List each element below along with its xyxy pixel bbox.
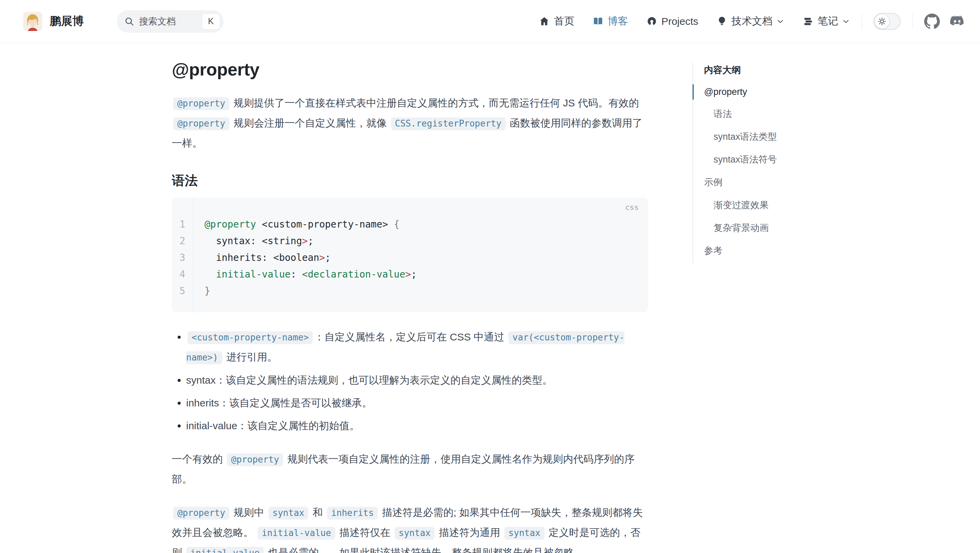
code-block: css 1@property <custom-property-name> {2… [172, 198, 648, 312]
toc-item[interactable]: 语法 [693, 108, 811, 120]
inline-code: @property [173, 97, 229, 110]
nav-divider [912, 14, 913, 29]
book-open-icon [593, 16, 603, 27]
article: @property @property 规则提供了一个直接在样式表中注册自定义属… [172, 43, 648, 553]
code-line: 4 initial-value: <declaration-value>; [172, 266, 648, 283]
toc-items: @property语法syntax语法类型syntax语法符号示例渐变过渡效果复… [693, 87, 811, 257]
nav-divider [862, 14, 862, 29]
projects-icon [646, 16, 657, 27]
chevron-down-icon [842, 17, 850, 25]
nav-item-label: 博客 [608, 14, 628, 28]
page-title: @property [172, 59, 648, 79]
line-number: 1 [172, 216, 193, 233]
discord-link[interactable] [950, 14, 965, 29]
table-of-contents: 内容大纲 @property语法syntax语法类型syntax语法符号示例渐变… [692, 63, 811, 264]
inline-code: initial-value [258, 527, 335, 540]
list-item: inherits：该自定义属性是否可以被继承。 [186, 393, 648, 413]
theme-toggle[interactable] [873, 13, 901, 30]
nav-item-3[interactable]: 技术文档 [717, 14, 784, 28]
toc-item[interactable]: 参考 [693, 245, 811, 257]
github-icon [924, 14, 940, 29]
toc-item[interactable]: 渐变过渡效果 [693, 199, 811, 211]
inline-code: @property [173, 118, 229, 130]
line-number: 3 [172, 249, 193, 266]
toc-item[interactable]: syntax语法符号 [693, 153, 811, 165]
inline-code: inherits [327, 507, 378, 520]
nav-item-label: Projects [662, 16, 698, 27]
list-item: <custom-property-name>：自定义属性名，定义后可在 CSS … [186, 327, 648, 367]
page: @property @property 规则提供了一个直接在样式表中注册自定义属… [0, 43, 980, 553]
site-title: 鹏展博 [50, 14, 84, 29]
inline-code: @property [227, 453, 283, 466]
search-placeholder: 搜索文档 [139, 15, 197, 27]
code-lines: 1@property <custom-property-name> {2 syn… [172, 216, 648, 299]
toc-item[interactable]: @property [693, 87, 811, 97]
avatar [23, 12, 42, 31]
line-number: 4 [172, 266, 193, 283]
intro-paragraph: @property 规则提供了一个直接在样式表中注册自定义属性的方式，而无需运行… [172, 93, 648, 153]
list-item: initial-value：该自定义属性的初始值。 [186, 416, 648, 435]
line-number: 2 [172, 233, 193, 249]
main-nav: 首页博客Projects技术文档笔记 [539, 14, 850, 28]
nav-item-label: 笔记 [818, 14, 838, 28]
github-link[interactable] [924, 14, 940, 29]
search-icon [124, 16, 134, 27]
navbar: 鹏展博 搜索文档 K 首页博客Projects技术文档笔记 [0, 0, 980, 43]
chevron-down-icon [776, 17, 784, 25]
inline-code: <custom-property-name> [188, 331, 313, 344]
nav-item-4[interactable]: 笔记 [803, 14, 850, 28]
syntax-heading: 语法 [172, 172, 648, 189]
code-line: 2 syntax: <string>; [172, 233, 648, 249]
registration-paragraph: 一个有效的 @property 规则代表一项自定义属性的注册，使用自定义属性名作… [172, 449, 648, 489]
toc-item[interactable]: syntax语法类型 [693, 130, 811, 143]
theme-toggle-knob [875, 14, 889, 29]
requirements-paragraph: @property 规则中 syntax 和 inherits 描述符是必需的;… [172, 503, 648, 553]
code-line: 5} [172, 283, 648, 299]
search-shortcut-key: K [202, 13, 220, 30]
nav-item-label: 首页 [554, 14, 574, 28]
site-brand[interactable]: 鹏展博 [23, 12, 84, 31]
inline-code: @property [173, 507, 229, 520]
inline-code: syntax [269, 507, 309, 520]
line-number: 5 [172, 283, 193, 299]
nav-item-0[interactable]: 首页 [539, 14, 574, 28]
inline-code: syntax [395, 527, 435, 540]
nav-item-projects[interactable]: Projects [646, 16, 698, 27]
nav-item-label: 技术文档 [732, 14, 772, 28]
list-item: syntax：该自定义属性的语法规则，也可以理解为表示定义的自定义属性的类型。 [186, 370, 648, 390]
inline-code: initial-value [186, 547, 264, 553]
code-line: 3 inherits: <boolean>; [172, 249, 648, 266]
sun-icon [878, 17, 886, 26]
inline-code: syntax [504, 527, 544, 540]
lightbulb-icon [717, 16, 727, 27]
code-line: 1@property <custom-property-name> { [172, 216, 648, 233]
code-language-label: css [625, 203, 639, 211]
nav-item-1[interactable]: 博客 [593, 14, 628, 28]
home-icon [539, 16, 550, 27]
toc-heading: 内容大纲 [693, 63, 811, 76]
toc-item[interactable]: 示例 [693, 176, 811, 188]
toc-item[interactable]: 复杂背景动画 [693, 222, 811, 234]
descriptor-list: <custom-property-name>：自定义属性名，定义后可在 CSS … [172, 327, 648, 435]
discord-icon [950, 14, 965, 29]
notes-icon [803, 16, 813, 27]
search-button[interactable]: 搜索文档 K [117, 10, 224, 33]
inline-code: CSS.registerProperty [391, 118, 506, 130]
